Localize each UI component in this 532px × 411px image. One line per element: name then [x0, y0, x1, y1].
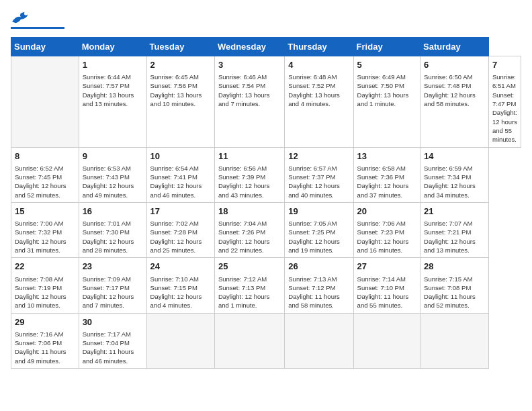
day-number: 4: [288, 59, 349, 71]
day-number: 29: [15, 316, 75, 328]
calendar-header-wednesday: Wednesday: [214, 38, 284, 56]
calendar-cell-17: 17Sunrise: 7:02 AM Sunset: 7:28 PM Dayli…: [146, 202, 214, 257]
calendar-week-1: 1Sunrise: 6:44 AM Sunset: 7:57 PM Daylig…: [11, 56, 521, 148]
day-number: 7: [492, 59, 517, 71]
day-info: Sunrise: 6:45 AM Sunset: 7:56 PM Dayligh…: [150, 73, 211, 108]
day-number: 19: [288, 205, 349, 218]
calendar-header-thursday: Thursday: [285, 38, 353, 56]
calendar-header-row: SundayMondayTuesdayWednesdayThursdayFrid…: [11, 38, 521, 56]
day-info: Sunrise: 6:49 AM Sunset: 7:50 PM Dayligh…: [357, 73, 416, 108]
day-number: 25: [218, 261, 281, 273]
day-info: Sunrise: 6:57 AM Sunset: 7:37 PM Dayligh…: [288, 164, 349, 199]
logo-bird-icon: [11, 11, 30, 26]
day-number: 3: [218, 59, 281, 71]
day-number: 16: [83, 205, 143, 218]
calendar-table: SundayMondayTuesdayWednesdayThursdayFrid…: [11, 37, 521, 369]
calendar-week-2: 8Sunrise: 6:52 AM Sunset: 7:45 PM Daylig…: [11, 147, 521, 202]
day-info: Sunrise: 7:12 AM Sunset: 7:13 PM Dayligh…: [218, 275, 281, 310]
day-info: Sunrise: 6:59 AM Sunset: 7:34 PM Dayligh…: [424, 164, 485, 199]
day-info: Sunrise: 6:50 AM Sunset: 7:48 PM Dayligh…: [424, 73, 485, 108]
day-info: Sunrise: 7:10 AM Sunset: 7:15 PM Dayligh…: [150, 275, 211, 310]
calendar-cell-13: 13Sunrise: 6:58 AM Sunset: 7:36 PM Dayli…: [353, 147, 420, 202]
day-number: 15: [15, 205, 75, 218]
calendar-cell-8: 8Sunrise: 6:52 AM Sunset: 7:45 PM Daylig…: [11, 147, 79, 202]
day-number: 18: [218, 205, 281, 218]
day-info: Sunrise: 7:14 AM Sunset: 7:10 PM Dayligh…: [357, 275, 416, 310]
calendar-cell-25: 25Sunrise: 7:12 AM Sunset: 7:13 PM Dayli…: [214, 258, 284, 313]
calendar-cell-29: 29Sunrise: 7:16 AM Sunset: 7:06 PM Dayli…: [11, 313, 79, 368]
day-number: 23: [83, 261, 143, 273]
day-number: 24: [150, 261, 211, 273]
calendar-cell-empty-5: [353, 313, 420, 368]
calendar-header-sunday: Sunday: [11, 38, 79, 56]
day-info: Sunrise: 7:08 AM Sunset: 7:19 PM Dayligh…: [15, 275, 75, 310]
calendar-cell-2: 2Sunrise: 6:45 AM Sunset: 7:56 PM Daylig…: [146, 56, 214, 148]
day-info: Sunrise: 6:54 AM Sunset: 7:41 PM Dayligh…: [150, 164, 211, 199]
day-info: Sunrise: 6:44 AM Sunset: 7:57 PM Dayligh…: [83, 73, 143, 108]
day-number: 11: [218, 150, 281, 163]
day-info: Sunrise: 7:00 AM Sunset: 7:32 PM Dayligh…: [15, 219, 75, 255]
calendar-cell-10: 10Sunrise: 6:54 AM Sunset: 7:41 PM Dayli…: [146, 147, 214, 202]
day-info: Sunrise: 7:16 AM Sunset: 7:06 PM Dayligh…: [15, 330, 75, 365]
calendar-cell-23: 23Sunrise: 7:09 AM Sunset: 7:17 PM Dayli…: [79, 258, 146, 313]
calendar-cell-9: 9Sunrise: 6:53 AM Sunset: 7:43 PM Daylig…: [79, 147, 146, 202]
page-header: [11, 11, 521, 29]
calendar-cell-26: 26Sunrise: 7:13 AM Sunset: 7:12 PM Dayli…: [285, 258, 353, 313]
calendar-cell-15: 15Sunrise: 7:00 AM Sunset: 7:32 PM Dayli…: [11, 202, 79, 257]
day-info: Sunrise: 7:05 AM Sunset: 7:25 PM Dayligh…: [288, 219, 349, 255]
calendar-cell-27: 27Sunrise: 7:14 AM Sunset: 7:10 PM Dayli…: [353, 258, 420, 313]
day-number: 28: [424, 261, 485, 273]
calendar-cell-12: 12Sunrise: 6:57 AM Sunset: 7:37 PM Dayli…: [285, 147, 353, 202]
day-number: 13: [357, 150, 416, 163]
calendar-header-monday: Monday: [79, 38, 146, 56]
calendar-cell-20: 20Sunrise: 7:06 AM Sunset: 7:23 PM Dayli…: [353, 202, 420, 257]
day-info: Sunrise: 7:04 AM Sunset: 7:26 PM Dayligh…: [218, 219, 281, 255]
calendar-cell-11: 11Sunrise: 6:56 AM Sunset: 7:39 PM Dayli…: [214, 147, 284, 202]
day-number: 9: [83, 150, 143, 163]
day-info: Sunrise: 7:01 AM Sunset: 7:30 PM Dayligh…: [83, 219, 143, 255]
day-number: 26: [288, 261, 349, 273]
day-info: Sunrise: 7:13 AM Sunset: 7:12 PM Dayligh…: [288, 275, 349, 310]
logo-underline: [11, 27, 64, 29]
day-number: 21: [424, 205, 485, 218]
calendar-header-tuesday: Tuesday: [146, 38, 214, 56]
day-info: Sunrise: 6:48 AM Sunset: 7:52 PM Dayligh…: [288, 73, 349, 108]
calendar-cell-22: 22Sunrise: 7:08 AM Sunset: 7:19 PM Dayli…: [11, 258, 79, 313]
calendar-cell-4: 4Sunrise: 6:48 AM Sunset: 7:52 PM Daylig…: [285, 56, 353, 148]
calendar-cell-empty-6: [420, 313, 489, 368]
calendar-cell-16: 16Sunrise: 7:01 AM Sunset: 7:30 PM Dayli…: [79, 202, 146, 257]
day-number: 12: [288, 150, 349, 163]
day-number: 30: [83, 316, 143, 328]
calendar-header-friday: Friday: [353, 38, 420, 56]
day-number: 8: [15, 150, 75, 163]
day-number: 1: [83, 59, 143, 71]
day-number: 6: [424, 59, 485, 71]
calendar-cell-24: 24Sunrise: 7:10 AM Sunset: 7:15 PM Dayli…: [146, 258, 214, 313]
day-info: Sunrise: 7:15 AM Sunset: 7:08 PM Dayligh…: [424, 275, 485, 310]
calendar-week-4: 22Sunrise: 7:08 AM Sunset: 7:19 PM Dayli…: [11, 258, 521, 313]
calendar-cell-1: 1Sunrise: 6:44 AM Sunset: 7:57 PM Daylig…: [79, 56, 146, 148]
day-number: 2: [150, 59, 211, 71]
day-info: Sunrise: 7:06 AM Sunset: 7:23 PM Dayligh…: [357, 219, 416, 255]
day-info: Sunrise: 6:56 AM Sunset: 7:39 PM Dayligh…: [218, 164, 281, 199]
calendar-cell-3: 3Sunrise: 6:46 AM Sunset: 7:54 PM Daylig…: [214, 56, 284, 148]
calendar-cell-7: 7Sunrise: 6:51 AM Sunset: 7:47 PM Daylig…: [488, 56, 521, 148]
day-info: Sunrise: 6:51 AM Sunset: 7:47 PM Dayligh…: [492, 73, 517, 144]
day-number: 27: [357, 261, 416, 273]
calendar-cell-empty-3: [214, 313, 284, 368]
calendar-header-saturday: Saturday: [420, 38, 489, 56]
calendar-cell-30: 30Sunrise: 7:17 AM Sunset: 7:04 PM Dayli…: [79, 313, 146, 368]
day-info: Sunrise: 7:07 AM Sunset: 7:21 PM Dayligh…: [424, 219, 485, 255]
day-number: 5: [357, 59, 416, 71]
calendar-cell-14: 14Sunrise: 6:59 AM Sunset: 7:34 PM Dayli…: [420, 147, 489, 202]
calendar-week-3: 15Sunrise: 7:00 AM Sunset: 7:32 PM Dayli…: [11, 202, 521, 257]
logo: [11, 11, 64, 29]
day-info: Sunrise: 6:58 AM Sunset: 7:36 PM Dayligh…: [357, 164, 416, 199]
day-info: Sunrise: 6:53 AM Sunset: 7:43 PM Dayligh…: [83, 164, 143, 199]
calendar-week-5: 29Sunrise: 7:16 AM Sunset: 7:06 PM Dayli…: [11, 313, 521, 368]
day-number: 14: [424, 150, 485, 163]
day-info: Sunrise: 6:46 AM Sunset: 7:54 PM Dayligh…: [218, 73, 281, 108]
day-info: Sunrise: 7:17 AM Sunset: 7:04 PM Dayligh…: [83, 330, 143, 365]
calendar-cell-18: 18Sunrise: 7:04 AM Sunset: 7:26 PM Dayli…: [214, 202, 284, 257]
calendar-cell-5: 5Sunrise: 6:49 AM Sunset: 7:50 PM Daylig…: [353, 56, 420, 148]
